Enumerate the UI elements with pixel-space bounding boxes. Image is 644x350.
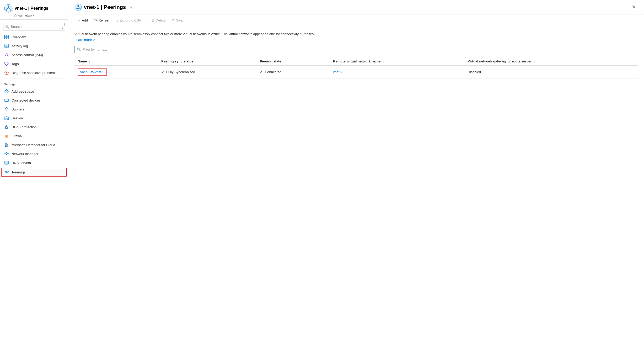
bastion-icon (4, 116, 9, 120)
sidebar-item-address-label: Address space (12, 89, 34, 93)
sidebar-item-tags-label: Tags (12, 62, 19, 66)
state-icon: ✔ (260, 70, 263, 74)
sidebar-header: vnet-1 | Peerings Virtual network (0, 0, 68, 20)
more-options-button[interactable]: ··· (136, 4, 141, 10)
sidebar-item-subnets-label: Subnets (12, 107, 24, 111)
sidebar-item-network-manager[interactable]: Network manager (0, 149, 68, 158)
sidebar-item-ddos[interactable]: DDoS protection (0, 123, 68, 131)
sidebar-item-activity-log[interactable]: Activity log (0, 41, 68, 50)
sync-label: Sync (176, 18, 184, 22)
filter-input[interactable] (83, 47, 151, 51)
cell-state: ✔ Connected (257, 66, 330, 78)
cell-sync-status: ✔ Fully Synchronized (158, 66, 257, 78)
col-header-sync-status[interactable]: Peering sync status ↕ (158, 57, 257, 66)
col-header-remote-vnet[interactable]: Remote virtual network name ↕ (330, 57, 464, 66)
sort-icon-name: ↕ (89, 60, 90, 63)
svg-rect-10 (7, 37, 9, 39)
sidebar-subtitle: Virtual network (14, 14, 64, 17)
sidebar-item-overview[interactable]: Overview (0, 33, 68, 41)
svg-point-46 (77, 4, 79, 6)
settings-section-label: Settings (0, 79, 68, 87)
filter-search-icon: 🔍 (77, 47, 81, 51)
sidebar-nav: Overview Activity log Access control (IA… (0, 33, 68, 350)
sidebar-item-access-control[interactable]: Access control (IAM) (0, 50, 68, 59)
svg-point-42 (5, 171, 7, 173)
delete-button[interactable]: 🗑 Delete (148, 17, 168, 24)
refresh-button[interactable]: ↻ Refresh (92, 17, 113, 24)
collapse-button[interactable]: « (60, 26, 65, 31)
sidebar-item-subnets[interactable]: Subnets (0, 105, 68, 114)
add-label: Add (82, 18, 88, 22)
svg-rect-38 (5, 161, 8, 164)
learn-more-label: Learn more (74, 38, 92, 42)
remote-vnet-link[interactable]: vnet-2 (333, 70, 342, 74)
close-button[interactable]: ✕ (630, 3, 638, 11)
learn-more-link[interactable]: Learn more ↗ (74, 38, 95, 42)
favorite-button[interactable]: ☆ (128, 4, 134, 11)
col-header-state[interactable]: Peering state ↕ (257, 57, 330, 66)
sidebar-search-container: 🔍 « (3, 23, 65, 30)
sidebar-item-ddos-label: DDoS protection (12, 125, 36, 129)
state-text: Connected (265, 70, 281, 74)
sidebar-item-bastion[interactable]: Bastion (0, 114, 68, 123)
peerings-icon (5, 170, 9, 174)
sort-icon-remote: ↕ (383, 60, 384, 63)
state-cell: ✔ Connected (260, 70, 327, 74)
sidebar-item-dns[interactable]: DNS servers (0, 158, 68, 167)
sidebar-item-connected-label: Connected devices (12, 98, 41, 102)
svg-point-1 (8, 6, 9, 7)
peerings-table: Name ↕ Peering sync status ↕ Peering sta… (74, 57, 638, 78)
delete-icon: 🗑 (151, 18, 154, 22)
sidebar-item-dns-label: DNS servers (12, 161, 31, 165)
sync-status-cell: ✔ Fully Synchronized (161, 70, 254, 74)
svg-point-31 (6, 153, 7, 155)
svg-marker-22 (6, 90, 8, 92)
sidebar-item-tags[interactable]: Tags (0, 59, 68, 68)
sidebar-item-defender-label: Microsoft Defender for Cloud (12, 143, 55, 147)
sync-status-text: Fully Synchronized (166, 70, 195, 74)
sync-button[interactable]: ↺ Sync (169, 17, 186, 24)
network-manager-icon (4, 151, 9, 156)
svg-rect-9 (4, 37, 6, 39)
connected-devices-icon (4, 98, 9, 103)
description-text: Virtual network peering enables you to s… (74, 31, 363, 37)
svg-point-16 (6, 53, 7, 55)
col-header-name[interactable]: Name ↕ (74, 57, 158, 66)
svg-point-33 (8, 153, 9, 154)
peering-name-link[interactable]: vnet-1-to-vnet-2 (78, 68, 107, 76)
cell-remote-vnet[interactable]: vnet-2 (330, 66, 464, 78)
sort-icon-gateway: ↕ (534, 60, 535, 63)
sidebar-item-peerings[interactable]: Peerings (1, 168, 67, 177)
toolbar: ＋ Add ↻ Refresh ↓ Export to CSV 🗑 Delete… (68, 14, 644, 26)
subnets-icon (4, 107, 9, 112)
content-area: Virtual network peering enables you to s… (68, 26, 644, 350)
add-button[interactable]: ＋ Add (74, 17, 90, 24)
svg-rect-8 (7, 35, 9, 37)
sidebar-item-defender[interactable]: Microsoft Defender for Cloud (0, 140, 68, 149)
cell-name[interactable]: vnet-1-to-vnet-2 (74, 66, 158, 78)
export-label: Export to CSV (120, 18, 141, 22)
diagnose-icon (4, 70, 9, 75)
ddos-icon (4, 125, 9, 129)
col-header-gateway[interactable]: Virtual network gateway or route server … (464, 57, 638, 66)
table-row: vnet-1-to-vnet-2 ✔ Fully Synchronized ✔ … (74, 66, 638, 78)
sort-icon-sync: ↕ (196, 60, 197, 63)
export-icon: ↓ (117, 18, 119, 22)
vnet-icon (4, 4, 13, 13)
sidebar-resource-title: vnet-1 | Peerings (15, 6, 48, 11)
address-space-icon (4, 89, 9, 94)
export-button[interactable]: ↓ Export to CSV (114, 17, 144, 24)
sidebar-item-address-space[interactable]: Address space (0, 87, 68, 96)
filter-input-container: 🔍 (74, 46, 153, 53)
settings-divider (4, 78, 64, 78)
gateway-value: Disabled (468, 70, 481, 74)
sync-icon: ↺ (172, 18, 175, 22)
sidebar-item-firewall[interactable]: Firewall (0, 131, 68, 140)
search-input[interactable] (3, 23, 65, 30)
sidebar-item-connected-devices[interactable]: Connected devices (0, 96, 68, 105)
sidebar-item-diagnose[interactable]: Diagnose and solve problems (0, 68, 68, 77)
toolbar-divider (146, 17, 146, 23)
tags-icon (4, 61, 9, 66)
svg-point-43 (8, 171, 9, 173)
main-vnet-icon (74, 3, 82, 11)
